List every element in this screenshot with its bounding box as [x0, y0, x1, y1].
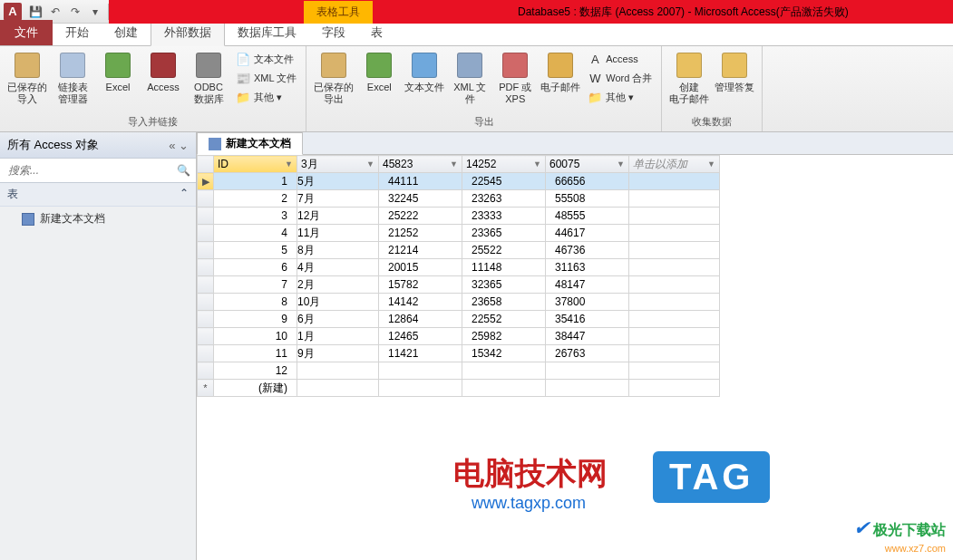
col-dropdown-icon-4[interactable]: ▼	[617, 159, 625, 169]
table-row[interactable]: ▶ 1 5月 44111 22545 66656	[198, 173, 720, 190]
cell-id[interactable]: 6	[214, 259, 297, 276]
cell-c4[interactable]: 48147	[546, 276, 629, 294]
cell-c4[interactable]: 66656	[546, 173, 629, 190]
import-btn-0[interactable]: 已保存的 导入	[5, 48, 49, 107]
col-dropdown-icon-0[interactable]: ▼	[285, 159, 293, 169]
cell-id[interactable]: 12	[214, 362, 297, 380]
search-icon[interactable]: 🔍	[173, 161, 193, 179]
table-row[interactable]: 5 8月 21214 25522 46736	[198, 242, 720, 259]
row-selector[interactable]	[198, 190, 214, 208]
cell-c1[interactable]: 12月	[297, 208, 379, 225]
table-row[interactable]: 4 11月 21252 23365 44617	[198, 225, 720, 242]
export-btn-5[interactable]: 电子邮件	[539, 48, 582, 96]
tab-fields[interactable]: 字段	[309, 20, 358, 45]
save-icon[interactable]: 💾	[25, 2, 45, 22]
cell-c3[interactable]: 23263	[462, 190, 546, 208]
redo-icon[interactable]: ↷	[65, 2, 85, 22]
undo-icon[interactable]: ↶	[45, 2, 65, 22]
cell-empty[interactable]	[629, 345, 720, 362]
export-small-1[interactable]: W Word 合并	[584, 69, 656, 87]
new-row-id[interactable]: (新建)	[214, 380, 297, 397]
import-btn-3[interactable]: Access	[141, 48, 185, 96]
cell-c4[interactable]: 46736	[546, 242, 629, 259]
nav-item-newdoc[interactable]: 新建文本文档	[0, 207, 196, 231]
import-small-2[interactable]: 📁 其他 ▾	[232, 88, 300, 106]
col-dropdown-icon-1[interactable]: ▼	[366, 159, 374, 169]
export-btn-1[interactable]: Excel	[357, 48, 401, 96]
table-row[interactable]: 12	[198, 362, 720, 380]
tab-home[interactable]: 开始	[53, 20, 102, 45]
cell-c4[interactable]: 26763	[546, 345, 629, 362]
cell-id[interactable]: 5	[214, 242, 297, 259]
cell-c3[interactable]: 15342	[462, 345, 546, 362]
col-header-4[interactable]: 60075 ▼	[546, 156, 629, 173]
cell-c2[interactable]: 21214	[379, 242, 462, 259]
cell-c1[interactable]: 2月	[297, 276, 379, 294]
col-dropdown-icon-3[interactable]: ▼	[533, 159, 541, 169]
table-row[interactable]: 6 4月 20015 11148 31163	[198, 259, 720, 276]
import-small-1[interactable]: 📰 XML 文件	[232, 69, 300, 87]
cell-empty[interactable]	[629, 208, 720, 225]
col-header-3[interactable]: 14252 ▼	[462, 156, 546, 173]
cell-c4[interactable]: 31163	[546, 259, 629, 276]
cell-c3[interactable]: 22552	[462, 311, 546, 328]
cell-c3[interactable]: 23658	[462, 294, 546, 311]
cell-c1[interactable]: 11月	[297, 225, 379, 242]
cell-c2[interactable]: 14142	[379, 294, 462, 311]
file-tab[interactable]: 文件	[0, 20, 53, 45]
row-selector[interactable]	[198, 276, 214, 294]
cell-id[interactable]: 9	[214, 311, 297, 328]
cell-id[interactable]: 7	[214, 276, 297, 294]
table-row[interactable]: 2 7月 32245 23263 55508	[198, 190, 720, 208]
cell-c1[interactable]: 4月	[297, 259, 379, 276]
cell-empty[interactable]	[629, 362, 720, 380]
cell-c2[interactable]: 20015	[379, 259, 462, 276]
cell-c4[interactable]: 35416	[546, 311, 629, 328]
cell-c3[interactable]: 23365	[462, 225, 546, 242]
cell-c3[interactable]: 11148	[462, 259, 546, 276]
export-btn-0[interactable]: 已保存的 导出	[312, 48, 355, 107]
row-selector[interactable]	[198, 208, 214, 225]
cell-empty[interactable]	[629, 259, 720, 276]
export-small-0[interactable]: A Access	[584, 50, 656, 68]
export-small-2[interactable]: 📁 其他 ▾	[584, 88, 656, 106]
cell-c2[interactable]: 25222	[379, 208, 462, 225]
cell-empty[interactable]	[629, 328, 720, 345]
collect-btn-1[interactable]: 管理答复	[713, 48, 756, 96]
table-row[interactable]: 11 9月 11421 15342 26763	[198, 345, 720, 362]
cell-id[interactable]: 8	[214, 294, 297, 311]
cell-c4[interactable]: 37800	[546, 294, 629, 311]
cell-c1[interactable]	[297, 362, 379, 380]
cell-empty[interactable]	[629, 276, 720, 294]
row-selector[interactable]	[198, 362, 214, 380]
cell-c4[interactable]: 55508	[546, 190, 629, 208]
cell-id[interactable]: 1	[214, 173, 297, 190]
search-input[interactable]	[3, 161, 173, 179]
cell-c1[interactable]: 7月	[297, 190, 379, 208]
cell-c3[interactable]	[462, 362, 546, 380]
col-dropdown-icon-2[interactable]: ▼	[450, 159, 458, 169]
collect-btn-0[interactable]: 创建 电子邮件	[667, 48, 711, 107]
cell-id[interactable]: 3	[214, 208, 297, 225]
cell-c1[interactable]: 1月	[297, 328, 379, 345]
col-header-0[interactable]: ID ▼	[214, 156, 297, 173]
cell-c2[interactable]: 11421	[379, 345, 462, 362]
cell-empty[interactable]	[629, 311, 720, 328]
table-row[interactable]: 3 12月 25222 23333 48555	[198, 208, 720, 225]
datasheet-tab[interactable]: 新建文本文档	[197, 132, 303, 155]
table-row[interactable]: 9 6月 12864 22552 35416	[198, 311, 720, 328]
cell-c1[interactable]: 5月	[297, 173, 379, 190]
tab-table[interactable]: 表	[358, 20, 395, 45]
cell-c3[interactable]: 23333	[462, 208, 546, 225]
row-selector[interactable]	[198, 242, 214, 259]
cell-c2[interactable]: 12864	[379, 311, 462, 328]
cell-c2[interactable]: 21252	[379, 225, 462, 242]
cell-empty[interactable]	[629, 225, 720, 242]
cell-empty[interactable]	[629, 242, 720, 259]
cell-c3[interactable]: 22545	[462, 173, 546, 190]
add-column[interactable]: 单击以添加 ▼	[629, 156, 720, 173]
cell-c4[interactable]: 48555	[546, 208, 629, 225]
select-all-corner[interactable]	[198, 156, 214, 173]
export-btn-3[interactable]: XML 文件	[448, 48, 491, 107]
cell-c1[interactable]: 6月	[297, 311, 379, 328]
